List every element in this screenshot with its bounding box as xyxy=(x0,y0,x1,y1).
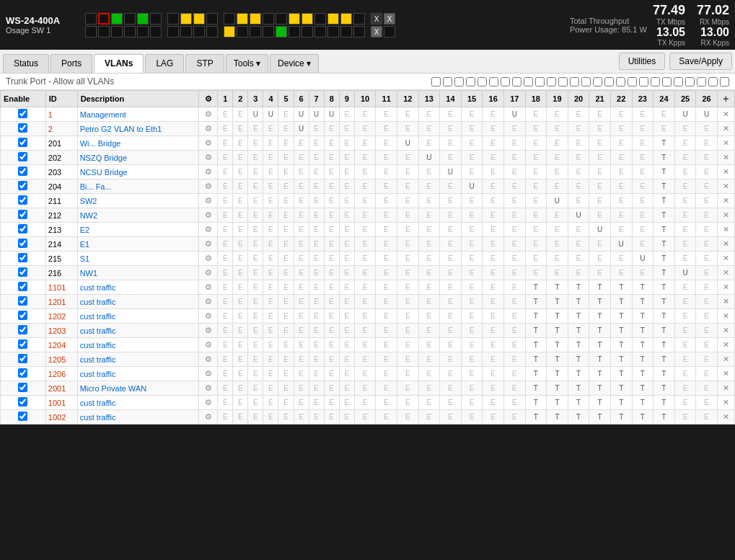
vlan-description[interactable]: cust traffic xyxy=(80,326,116,335)
port-cell-5[interactable]: E xyxy=(278,208,294,223)
port-cell-24[interactable]: T xyxy=(653,136,675,151)
port-cell-12[interactable]: E xyxy=(397,179,418,194)
port-cell-2[interactable]: E xyxy=(233,151,248,165)
port-cell-24[interactable]: T xyxy=(653,252,675,266)
port-cell-12[interactable]: E xyxy=(397,237,418,252)
port-cell-14[interactable]: E xyxy=(440,396,462,410)
port-cell-7[interactable]: E xyxy=(309,208,324,223)
delete-button[interactable]: ✕ xyxy=(717,338,734,352)
gear-icon[interactable]: ⚙ xyxy=(198,107,217,122)
port-cell-15[interactable]: E xyxy=(461,136,483,151)
port-cell-8[interactable]: E xyxy=(324,295,339,309)
gear-icon[interactable]: ⚙ xyxy=(198,179,217,194)
port-cell-19[interactable]: E xyxy=(547,151,568,165)
port-cell-12[interactable]: E xyxy=(397,151,418,165)
enable-checkbox[interactable] xyxy=(18,224,27,234)
port-cell-11[interactable]: E xyxy=(376,223,397,237)
port-cell-26[interactable]: E xyxy=(696,266,718,280)
port-cell-2[interactable]: E xyxy=(233,338,248,352)
port-cell-18[interactable]: E xyxy=(525,122,547,136)
port-cell-14[interactable]: E xyxy=(440,179,462,194)
port-cell-12[interactable]: E xyxy=(397,295,418,309)
port-cell-19[interactable]: T xyxy=(547,381,568,396)
port-cell-23[interactable]: T xyxy=(632,396,653,410)
port-cell-23[interactable]: T xyxy=(632,324,653,338)
port-cell-1[interactable]: E xyxy=(218,122,233,136)
port-cell-9[interactable]: E xyxy=(339,165,354,179)
port-cb-4[interactable] xyxy=(466,77,475,86)
port-cell-1[interactable]: E xyxy=(218,165,233,179)
port-cell-20[interactable]: T xyxy=(568,324,589,338)
port-cell-20[interactable]: E xyxy=(568,266,589,280)
port-cell-10[interactable]: E xyxy=(354,381,376,396)
port-cell-11[interactable]: E xyxy=(376,266,397,280)
port-cell-26[interactable]: E xyxy=(696,194,718,208)
utilities-button[interactable]: Utilities xyxy=(619,53,666,70)
port-cell-17[interactable]: E xyxy=(503,223,525,237)
port-cb-19[interactable] xyxy=(639,77,648,86)
port-cell-21[interactable]: T xyxy=(589,338,611,352)
delete-button[interactable]: ✕ xyxy=(717,309,734,324)
port-cell-8[interactable]: E xyxy=(324,252,339,266)
port-cell-17[interactable]: E xyxy=(503,309,525,324)
port-cell-9[interactable]: E xyxy=(339,208,354,223)
gear-icon[interactable]: ⚙ xyxy=(198,381,217,396)
port-cell-7[interactable]: E xyxy=(309,136,324,151)
port-cell-2[interactable]: E xyxy=(233,208,248,223)
port-cell-26[interactable]: E xyxy=(696,252,718,266)
port-cell-2[interactable]: E xyxy=(233,165,248,179)
port-cell-3[interactable]: E xyxy=(248,309,263,324)
delete-button[interactable]: ✕ xyxy=(717,179,734,194)
port-cell-22[interactable]: T xyxy=(610,352,632,367)
port-cell-11[interactable]: E xyxy=(376,309,397,324)
tab-status[interactable]: Status xyxy=(3,54,49,73)
port-cell-11[interactable]: E xyxy=(376,295,397,309)
port-cell-20[interactable]: T xyxy=(568,367,589,381)
vlan-description[interactable]: S1 xyxy=(80,254,89,263)
port-cell-9[interactable]: E xyxy=(339,151,354,165)
port-cell-18[interactable]: T xyxy=(525,295,547,309)
port-cell-22[interactable]: T xyxy=(610,309,632,324)
vlan-description[interactable]: Bi... Fa... xyxy=(80,182,112,191)
port-cell-22[interactable]: E xyxy=(610,266,632,280)
port-cell-4[interactable]: E xyxy=(263,396,278,410)
port-cell-10[interactable]: E xyxy=(354,252,376,266)
port-cell-22[interactable]: T xyxy=(610,367,632,381)
port-cell-21[interactable]: E xyxy=(589,107,611,122)
port-cell-19[interactable]: E xyxy=(547,252,568,266)
port-cell-19[interactable]: T xyxy=(547,338,568,352)
port-cell-19[interactable]: T xyxy=(547,352,568,367)
port-cell-25[interactable]: E xyxy=(674,410,696,425)
port-cell-2[interactable]: E xyxy=(233,179,248,194)
port-cell-3[interactable]: E xyxy=(248,165,263,179)
port-cell-12[interactable]: E xyxy=(397,280,418,295)
enable-checkbox[interactable] xyxy=(18,296,27,306)
port-cell-18[interactable]: T xyxy=(525,338,547,352)
port-6[interactable] xyxy=(150,13,162,25)
port-cell-24[interactable]: T xyxy=(653,237,675,252)
port-cell-25[interactable]: E xyxy=(674,136,696,151)
port-cell-20[interactable]: E xyxy=(568,179,589,194)
gear-icon[interactable]: ⚙ xyxy=(198,223,217,237)
port-cell-25[interactable]: E xyxy=(674,237,696,252)
enable-checkbox[interactable] xyxy=(18,138,27,147)
port-cell-4[interactable]: E xyxy=(263,338,278,352)
port-cell-15[interactable]: E xyxy=(461,410,483,425)
port-cell-24[interactable]: T xyxy=(653,367,675,381)
port-cell-11[interactable]: E xyxy=(376,122,397,136)
port-cell-13[interactable]: E xyxy=(418,208,440,223)
port-8[interactable] xyxy=(180,13,192,25)
port-cell-26[interactable]: E xyxy=(696,396,718,410)
port-cell-20[interactable]: T xyxy=(568,338,589,352)
enable-checkbox[interactable] xyxy=(18,412,27,421)
port-cell-11[interactable]: E xyxy=(376,237,397,252)
port-cell-20[interactable]: T xyxy=(568,352,589,367)
port-cell-23[interactable]: E xyxy=(632,136,653,151)
save-apply-button[interactable]: Save/Apply xyxy=(669,53,732,70)
port-cell-25[interactable]: E xyxy=(674,252,696,266)
enable-checkbox[interactable] xyxy=(18,195,27,205)
port-cell-17[interactable]: E xyxy=(503,122,525,136)
port-cell-6[interactable]: E xyxy=(294,295,309,309)
port-b8[interactable] xyxy=(180,26,192,37)
port-cell-19[interactable]: T xyxy=(547,324,568,338)
